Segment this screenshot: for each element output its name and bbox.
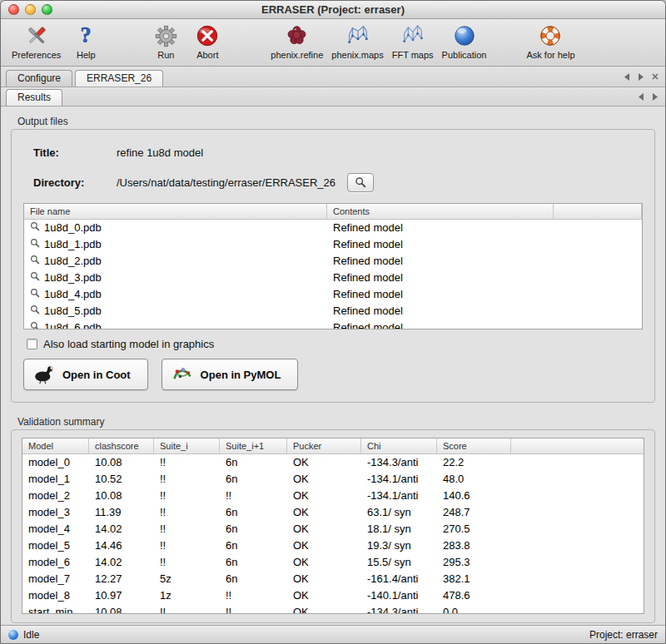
cell-suite-i1: !! [220,488,287,504]
preferences-button[interactable]: Preferences [7,22,65,60]
file-contents: Refined model [327,253,554,270]
cell-model: start_min [22,604,89,614]
cell-suite-i: !! [154,471,220,488]
validation-summary-group-label: Validation summary [17,416,655,428]
validation-row[interactable]: model_7 12.27 5z 6n OK -161.4/anti 382.1 [22,571,644,587]
cell-pucker: OK [287,488,361,504]
close-window-button[interactable] [8,4,19,15]
cell-chi: -134.1/anti [361,471,437,488]
main-tab-bar: Configure ERRASER_26 [1,67,665,87]
cell-clashscore: 10.08 [89,604,154,614]
magnifier-icon [30,220,40,236]
cell-pucker: OK [287,571,361,587]
validation-column-header[interactable]: Chi [361,438,437,453]
open-buttons-row: Open in Coot [23,359,643,390]
ask-for-help-button[interactable]: Ask for help [522,22,579,60]
open-in-pymol-button[interactable]: Open in PyMOL [162,359,299,390]
app-window: ERRASER (Project: erraser) Preferences [0,0,666,644]
column-header-empty [554,204,642,219]
cell-model: model_8 [22,587,89,604]
cell-suite-i1: 6n [220,504,287,521]
phenix-refine-icon [281,22,314,50]
publication-button[interactable]: Publication [438,22,491,60]
cell-clashscore: 10.52 [89,471,154,488]
load-starting-model-checkbox[interactable] [27,339,37,349]
validation-row[interactable]: model_4 14.02 !! 6n OK 18.1/ syn 270.5 [22,521,644,537]
validation-row[interactable]: start_min 10.08 !! !! OK -134.3/anti 0.0 [22,604,644,614]
validation-table: Model clashscore Suite_i Suite_i+1 Pucke… [22,438,644,614]
open-in-coot-button[interactable]: Open in Coot [23,359,148,390]
file-row[interactable]: 1u8d_2.pdb Refined model [24,253,642,270]
tab-results[interactable]: Results [6,89,62,106]
tab-configure[interactable]: Configure [6,70,72,87]
file-contents: Refined model [327,303,554,320]
file-row[interactable]: 1u8d_6.pdb Refined model [24,320,642,329]
minimize-window-button[interactable] [25,4,36,15]
file-row[interactable]: 1u8d_4.pdb Refined model [24,286,642,303]
validation-row[interactable]: model_3 11.39 !! 6n OK 63.1/ syn 248.7 [22,504,644,521]
cell-clashscore: 14.02 [89,521,154,537]
zoom-window-button[interactable] [42,4,52,15]
validation-column-header[interactable]: Suite_i [154,438,220,453]
results-panel: Output files Title: refine 1u8d model Di… [1,107,665,623]
validation-row[interactable]: model_0 10.08 !! 6n OK -134.3/anti 22.2 [22,454,644,471]
validation-row[interactable]: model_1 10.52 !! 6n OK -134.1/anti 48.0 [22,471,644,488]
tab-erraser-26[interactable]: ERRASER_26 [75,70,163,87]
output-files-group: Output files Title: refine 1u8d model Di… [11,116,655,403]
phenix-maps-button[interactable]: phenix.maps [327,22,387,60]
cell-chi: -134.1/anti [361,488,437,504]
validation-column-header[interactable]: Model [22,438,89,453]
cell-chi: -140.1/anti [361,587,437,604]
file-contents: Refined model [327,220,554,236]
validation-row[interactable]: model_5 14.46 !! 6n OK 19.3/ syn 283.8 [22,537,644,554]
preferences-icon [20,22,53,50]
file-row[interactable]: 1u8d_3.pdb Refined model [24,270,642,286]
abort-icon [191,22,224,50]
phenix-refine-button[interactable]: phenix.refine [266,22,327,60]
help-button[interactable]: ? Help [65,22,107,60]
file-row[interactable]: 1u8d_0.pdb Refined model [24,220,642,236]
validation-column-header[interactable]: Score [437,438,511,453]
cell-pucker: OK [287,554,361,571]
file-row[interactable]: 1u8d_1.pdb Refined model [24,236,642,253]
cell-suite-i: !! [154,454,220,471]
file-contents: Refined model [327,286,554,303]
validation-column-header[interactable]: clashscore [89,438,154,453]
validation-column-header[interactable]: Pucker [287,438,361,453]
cell-score: 22.2 [437,454,511,471]
tab-scroll-right-icon[interactable] [638,73,644,81]
browse-directory-button[interactable] [347,173,374,192]
file-name: 1u8d_4.pdb [44,286,102,303]
sub-tab-scroll-left-icon[interactable] [638,93,644,101]
validation-row[interactable]: model_6 14.02 !! 6n OK 15.5/ syn 295.3 [22,554,644,571]
lifebuoy-icon [534,22,567,50]
tab-close-icon[interactable] [652,73,659,80]
validation-column-header[interactable]: Suite_i+1 [220,438,287,453]
magnifier-icon [30,236,40,253]
file-contents: Refined model [327,270,554,286]
cell-clashscore: 14.46 [89,537,154,554]
cell-model: model_4 [22,521,89,537]
toolbar-item-label: Publication [442,50,487,60]
fft-maps-button[interactable]: FFT maps [388,22,438,60]
cell-model: model_1 [22,471,89,488]
sub-tab-scroll-right-icon[interactable] [652,93,659,101]
file-row[interactable]: 1u8d_5.pdb Refined model [24,303,642,320]
cell-suite-i: !! [154,521,220,537]
tab-scroll-left-icon[interactable] [624,73,630,81]
output-files-table: File name Contents [23,203,643,329]
column-header-contents[interactable]: Contents [327,204,554,219]
cell-suite-i1: !! [220,604,287,614]
abort-button[interactable]: Abort [186,22,228,60]
sub-tab-nav-controls [638,87,659,106]
validation-row[interactable]: model_2 10.08 !! !! OK -134.1/anti 140.6 [22,488,644,504]
validation-row[interactable]: model_8 10.97 1z !! OK -140.1/anti 478.6 [22,587,644,604]
cell-score: 478.6 [437,587,511,604]
cell-chi: -134.3/anti [361,454,437,471]
column-header-file-name[interactable]: File name [24,204,327,219]
cell-score: 382.1 [437,571,511,587]
toolbar-item-label: phenix.refine [271,50,323,60]
cell-pucker: OK [287,471,361,488]
magnifier-icon [30,253,40,270]
run-button[interactable]: Run [145,22,186,60]
